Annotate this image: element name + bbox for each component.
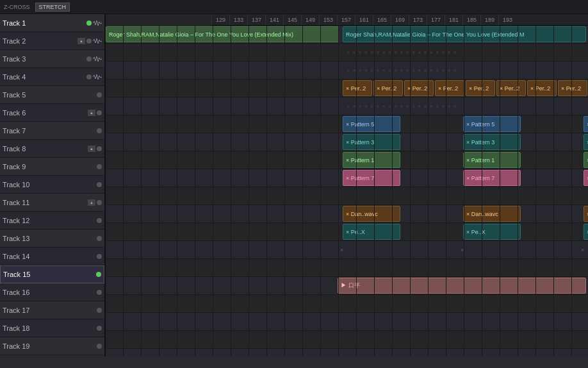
timeline-row[interactable]: × Dan..wavc× Dan..wavc× Dan (106, 205, 588, 223)
timeline-row[interactable]: × Pe..X× Pe..X× Pe (106, 223, 588, 241)
timeline-row[interactable]: Roger Shah,RAM,Natalie Gioia – For The O… (106, 26, 588, 44)
clip-block[interactable]: × (458, 242, 468, 258)
track-label-row[interactable]: Track 4 (0, 68, 104, 86)
clip-block[interactable]: × Dan..wavc (343, 206, 400, 222)
clip-block[interactable]: Roger Shah,RAM,Natalie Gioia – For The O… (106, 26, 339, 42)
clip-block[interactable]: × Per..2 (558, 80, 587, 96)
track-label-row[interactable]: Track 6 (0, 104, 104, 122)
track-label-row[interactable]: Track 11 (0, 194, 104, 212)
timeline-row[interactable] (106, 313, 588, 331)
track-inactive-dot[interactable] (97, 164, 102, 169)
track-label-row[interactable]: Track 1 (0, 14, 104, 32)
clip-block[interactable]: × Patt (584, 170, 588, 186)
timeline-row[interactable] (106, 259, 588, 277)
track-label-row[interactable]: Track 10 (0, 176, 104, 194)
clip-block[interactable]: × Per..2 (466, 80, 495, 96)
track-label-row[interactable]: Track 7 (0, 122, 104, 140)
track-label-row[interactable]: Track 13 (0, 230, 104, 247)
timeline-row[interactable]: × Pattern 3× Pattern 3× Patt (106, 133, 588, 151)
track-label-row[interactable]: Track 8 (0, 140, 104, 158)
timeline-row[interactable]: ▶ 口平 (106, 277, 588, 295)
timeline-row[interactable] (106, 349, 588, 356)
clip-block[interactable]: × (578, 242, 588, 258)
clip-block[interactable]: × Dan..wavc (463, 206, 521, 222)
track-arrow-button[interactable] (78, 38, 85, 44)
track-controls (96, 272, 101, 277)
track-label-row[interactable]: Track 14 (0, 247, 104, 265)
track-inactive-dot[interactable] (97, 236, 102, 241)
clip-block[interactable]: × Per..2 (496, 80, 526, 96)
timeline-row[interactable] (106, 187, 588, 205)
track-label-row[interactable]: Track 19 (0, 337, 104, 355)
clip-block[interactable]: × Pattern 5 (463, 116, 521, 132)
clip-block[interactable]: × Pattern 1 (463, 152, 521, 168)
clip-block[interactable]: × Pe (584, 224, 588, 240)
timeline-row[interactable] (106, 331, 588, 349)
timeline-row[interactable]: ××××××××××××××××××× (106, 97, 588, 115)
clip-block[interactable]: × Patt (584, 134, 588, 150)
timeline-row[interactable]: ××××××××××××××××××× (106, 62, 588, 79)
track-inactive-dot[interactable] (97, 308, 102, 313)
timeline-row[interactable]: × Per..2× Per..2× Per..2× Per..2× Per..2… (106, 79, 588, 97)
track-arrow-button[interactable] (88, 146, 95, 152)
track-inactive-dot[interactable] (97, 182, 102, 187)
track-inactive-dot[interactable] (97, 344, 102, 349)
timeline-row[interactable]: × Pattern 1× Pattern 1× Patt (106, 151, 588, 169)
track-label-row[interactable]: Track 3 (0, 50, 104, 68)
clip-block[interactable]: × Per..2 (373, 80, 403, 96)
clip-block[interactable]: Roger Shah,RAM,Natalie Gioia – For The O… (343, 26, 586, 42)
timeline-row[interactable]: × Pattern 5× Pattern 5× Patt (106, 115, 588, 133)
track-inactive-dot[interactable] (86, 56, 92, 62)
track-inactive-dot[interactable] (97, 218, 102, 223)
clip-block[interactable]: × Pe..X (343, 224, 400, 240)
track-label-row[interactable]: Track 17 (0, 301, 104, 319)
clip-block[interactable]: × Per..2 (527, 80, 557, 96)
track-inactive-dot[interactable] (97, 200, 102, 205)
stretch-button[interactable]: STRETCH (35, 3, 70, 12)
track-label-row[interactable]: Track 9 (0, 158, 104, 176)
timeline-row[interactable]: ××××××××××××××××××× (106, 44, 588, 62)
track-inactive-dot[interactable] (97, 92, 102, 97)
track-inactive-dot[interactable] (97, 110, 102, 115)
track-inactive-dot[interactable] (86, 38, 92, 44)
clip-block[interactable]: × Per..2 (343, 80, 372, 96)
track-label-row[interactable]: Track 15 (0, 265, 104, 283)
clip-block[interactable]: × Patt (584, 152, 588, 168)
clip-block[interactable]: ▶ 口平 (338, 278, 586, 294)
track-inactive-dot[interactable] (97, 128, 102, 133)
clip-block[interactable]: × Pe..X (463, 224, 521, 240)
track-inactive-dot[interactable] (97, 326, 102, 331)
clip-block[interactable]: × Pattern 1 (343, 152, 400, 168)
timeline-row[interactable]: ××× (106, 241, 588, 259)
clip-block[interactable]: × Dan (584, 206, 588, 222)
clip-block[interactable]: × Per..2 (404, 80, 434, 96)
track-name: Track 9 (3, 163, 97, 171)
clip-block[interactable]: × (338, 242, 348, 258)
track-inactive-dot[interactable] (97, 254, 102, 259)
clip-block[interactable]: ××××××××××××××××××× (343, 44, 586, 60)
track-inactive-dot[interactable] (86, 74, 92, 79)
clip-block[interactable]: × Pattern 5 (343, 116, 400, 132)
clip-block[interactable]: × Per..2 (435, 80, 464, 96)
timeline-row[interactable] (106, 295, 588, 313)
track-label-row[interactable]: Track 18 (0, 319, 104, 337)
clip-block[interactable]: × Pattern 7 (463, 170, 521, 186)
clip-block[interactable]: × Pattern 3 (463, 134, 521, 150)
clip-block[interactable]: ××××××××××××××××××× (343, 62, 586, 78)
track-arrow-button[interactable] (88, 199, 95, 206)
track-inactive-dot[interactable] (97, 290, 102, 295)
track-name: Track 16 (3, 289, 97, 296)
clip-block[interactable]: ××××××××××××××××××× (343, 98, 586, 114)
track-label-row[interactable]: Track 2 (0, 32, 104, 50)
clip-block[interactable]: × Patt (584, 116, 588, 132)
track-active-dot[interactable] (86, 21, 92, 26)
track-label-row[interactable]: Track 16 (0, 283, 104, 301)
clip-block[interactable]: × Pattern 7 (343, 170, 400, 186)
track-arrow-button[interactable] (88, 110, 95, 116)
track-label-row[interactable]: Track 12 (0, 212, 104, 230)
timeline-row[interactable]: × Pattern 7× Pattern 7× Patt (106, 169, 588, 187)
track-inactive-dot[interactable] (97, 146, 102, 151)
track-label-row[interactable]: Track 5 (0, 86, 104, 104)
clip-block[interactable]: × Pattern 3 (343, 134, 400, 150)
track-active-dot[interactable] (96, 272, 101, 277)
